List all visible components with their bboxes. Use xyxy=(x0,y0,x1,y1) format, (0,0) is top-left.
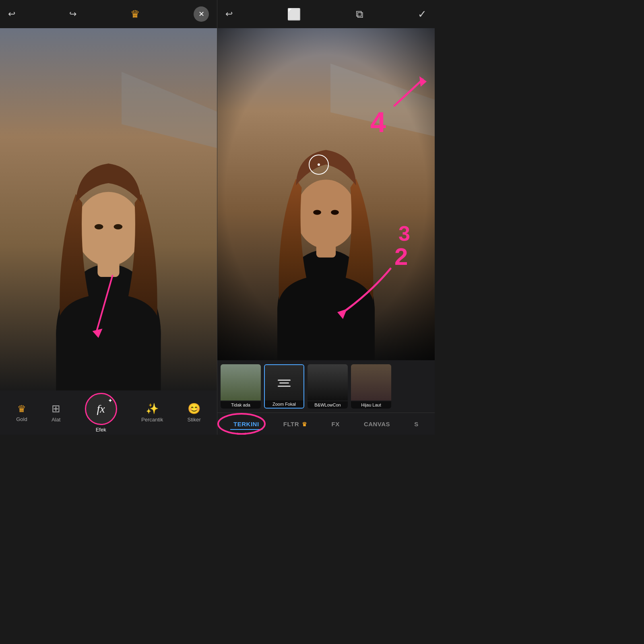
eraser-icon[interactable]: ⬜ xyxy=(287,8,301,21)
zoom-fokal-icon xyxy=(276,377,292,389)
filter-label-bwlowcon: B&WLowCon xyxy=(308,401,348,409)
tab-s[interactable]: S xyxy=(411,418,422,430)
tab-canvas[interactable]: CANVAS xyxy=(361,418,393,430)
stiker-label: Stiker xyxy=(188,417,201,423)
svg-point-4 xyxy=(95,224,103,229)
filter-label-zoom-fokal: Zoom Fokal xyxy=(265,400,303,408)
right-photo: 4 2 3 xyxy=(217,28,435,360)
alat-icon: ⊞ xyxy=(52,402,60,415)
toolbar-item-percantik[interactable]: ✨ Percantik xyxy=(136,399,168,426)
filter-label-hijau-laut: Hijau Laut xyxy=(351,401,391,409)
star-icon: ✦ xyxy=(108,397,113,404)
gold-label: Gold xyxy=(16,416,27,422)
filter-preview-zoom-fokal xyxy=(265,365,303,401)
efek-label: Efek xyxy=(96,427,106,433)
tab-terkini[interactable]: TERKINI xyxy=(230,418,262,430)
stiker-icon: 😊 xyxy=(188,402,200,415)
tab-fltr[interactable]: FLTR ♛ xyxy=(280,418,310,430)
left-panel: ↩ ↪ ♛ ✕ xyxy=(0,0,217,435)
filter-thumb-hijau-laut[interactable]: Hijau Laut xyxy=(351,364,391,409)
percantik-icon: ✨ xyxy=(146,402,159,415)
toolbar-item-stiker[interactable]: 😊 Stiker xyxy=(183,399,206,426)
layers-icon[interactable]: ⧉ xyxy=(356,8,363,21)
left-photo xyxy=(0,28,217,390)
svg-point-11 xyxy=(296,180,356,249)
alat-label: Alat xyxy=(52,417,60,423)
filter-thumb-tidak-ada[interactable]: Tidak ada xyxy=(221,364,261,409)
right-topbar: ↩ ⬜ ⧉ ✓ xyxy=(217,0,435,28)
undo-button-right[interactable]: ↩ xyxy=(225,9,233,19)
focus-dot xyxy=(318,163,320,166)
efek-circle: fx ✦ xyxy=(85,393,117,425)
close-button[interactable]: ✕ xyxy=(194,6,209,22)
tabbar: TERKINI FLTR ♛ FX CANVAS S xyxy=(217,413,435,435)
svg-point-12 xyxy=(313,210,321,215)
filter-thumb-zoom-fokal[interactable]: Zoom Fokal xyxy=(264,364,304,409)
filter-thumb-bwlowcon[interactable]: B&WLowCon xyxy=(308,364,348,409)
left-topbar: ↩ ↪ ♛ ✕ xyxy=(0,0,217,28)
toolbar-item-gold[interactable]: ♛ Gold xyxy=(11,400,32,425)
right-panel: ↩ ⬜ ⧉ ✓ xyxy=(217,0,435,435)
crown-icon[interactable]: ♛ xyxy=(130,8,140,21)
svg-point-13 xyxy=(331,210,339,215)
percantik-label: Percantik xyxy=(141,417,163,423)
toolbar-item-efek[interactable]: fx ✦ Efek xyxy=(80,390,122,435)
toolbar-items: ♛ Gold ⊞ Alat fx ✦ Efek ✨ Percantik xyxy=(0,390,217,435)
svg-point-3 xyxy=(76,192,141,266)
filter-preview-bwlowcon xyxy=(308,364,348,400)
filter-preview-hijau-laut xyxy=(351,364,391,400)
filter-strip: Tidak ada Zoom Fokal B&WLowCon Hijau Lau… xyxy=(217,360,435,413)
tab-fx[interactable]: FX xyxy=(328,418,343,430)
left-bottombar: ♛ Gold ⊞ Alat fx ✦ Efek ✨ Percantik xyxy=(0,390,217,435)
redo-button[interactable]: ↪ xyxy=(69,9,76,19)
focus-circle xyxy=(309,155,329,175)
svg-point-5 xyxy=(114,224,123,229)
toolbar-item-alat[interactable]: ⊞ Alat xyxy=(47,399,65,426)
filter-label-tidak-ada: Tidak ada xyxy=(221,401,261,409)
fx-icon: fx xyxy=(97,402,105,415)
undo-button[interactable]: ↩ xyxy=(8,9,15,19)
filter-preview-tidak-ada xyxy=(221,364,261,400)
gold-icon: ♛ xyxy=(17,403,26,415)
check-button[interactable]: ✓ xyxy=(418,8,427,21)
crown-icon-fltr: ♛ xyxy=(302,421,308,427)
